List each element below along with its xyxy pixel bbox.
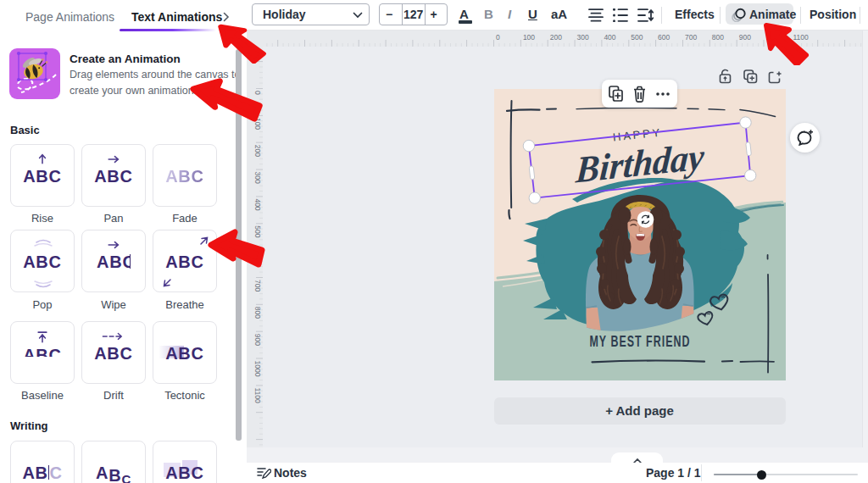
svg-text:700: 700 — [253, 280, 262, 291]
svg-text:200: 200 — [253, 145, 262, 157]
svg-text:400: 400 — [253, 198, 262, 210]
svg-text:MY BEST FRIEND: MY BEST FRIEND — [589, 333, 690, 350]
svg-text:700: 700 — [685, 33, 697, 42]
svg-text:800: 800 — [253, 307, 262, 319]
svg-text:0: 0 — [496, 33, 500, 42]
svg-text:300: 300 — [577, 33, 589, 42]
svg-text:300: 300 — [253, 172, 262, 184]
svg-text:1000: 1000 — [253, 361, 262, 377]
svg-text:200: 200 — [550, 33, 562, 42]
svg-text:800: 800 — [712, 33, 724, 42]
svg-text:400: 400 — [604, 33, 615, 42]
svg-text:900: 900 — [253, 334, 262, 346]
svg-text:600: 600 — [658, 33, 670, 42]
svg-text:100: 100 — [523, 33, 535, 42]
svg-text:500: 500 — [631, 33, 643, 42]
svg-text:900: 900 — [739, 33, 751, 42]
svg-text:1100: 1100 — [253, 387, 262, 403]
